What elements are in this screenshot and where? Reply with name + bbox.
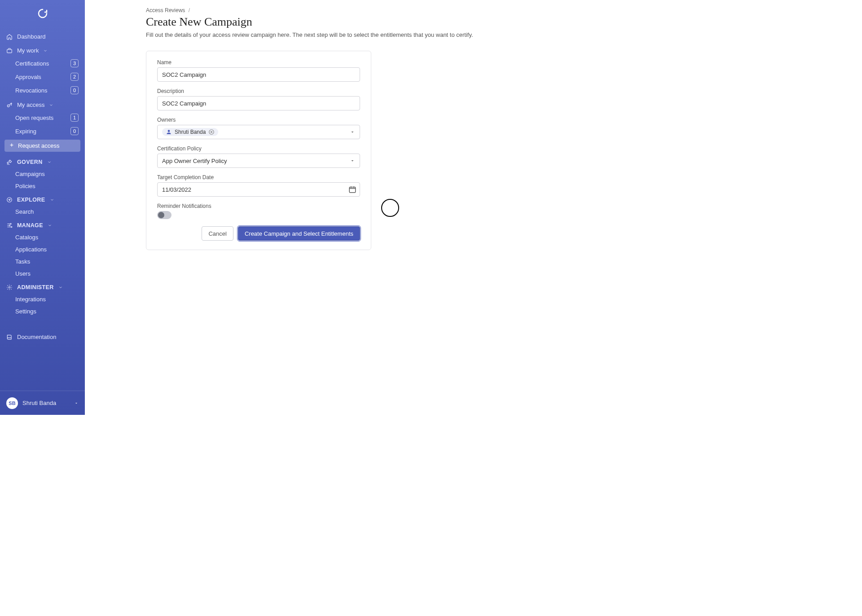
description-input[interactable] (157, 96, 360, 110)
key-icon (6, 102, 13, 108)
count-badge: 1 (70, 114, 79, 122)
svg-point-2 (7, 198, 12, 202)
nav-label: My access (17, 101, 44, 108)
nav-group-explore[interactable]: EXPLORE (0, 194, 85, 206)
reminder-toggle[interactable] (157, 211, 172, 219)
cert-policy-select[interactable]: App Owner Certify Policy (157, 154, 360, 168)
create-campaign-button[interactable]: Create Campaign and Select Entitlements (238, 226, 360, 241)
chevron-down-icon (47, 160, 52, 164)
nav-item-documentation[interactable]: Documentation (0, 331, 85, 343)
briefcase-icon (6, 48, 13, 54)
nav-sub-users[interactable]: Users (0, 268, 85, 280)
gear-icon (6, 284, 13, 290)
nav-label: Policies (15, 183, 79, 189)
count-badge: 0 (70, 127, 79, 135)
nav-label: ADMINISTER (17, 284, 54, 290)
nav-label: Integrations (15, 296, 79, 303)
nav-group-administer[interactable]: ADMINISTER (0, 282, 85, 293)
nav-label: Catalogs (15, 234, 79, 241)
nav-label: Revocations (15, 87, 66, 94)
nav-sub-search[interactable]: Search (0, 206, 85, 218)
target-date-label: Target Completion Date (157, 174, 360, 180)
nav-label: GOVERN (17, 159, 43, 165)
nav-sub-campaigns[interactable]: Campaigns (0, 168, 85, 180)
nav-sub-expiring[interactable]: Expiring 0 (0, 124, 85, 138)
nav-label: Users (15, 270, 79, 277)
main-content: Access Reviews / Create New Campaign Fil… (85, 0, 581, 415)
nav-label: Applications (15, 246, 79, 253)
chevron-down-icon (48, 223, 52, 228)
remove-chip-icon[interactable] (208, 129, 215, 135)
nav-sub-tasks[interactable]: Tasks (0, 255, 85, 268)
nav-sub-certifications[interactable]: Certifications 3 (0, 57, 85, 70)
nav-sub-open-requests[interactable]: Open requests 1 (0, 111, 85, 124)
target-date-input[interactable] (157, 182, 360, 197)
nav-group-mywork[interactable]: My work (0, 44, 85, 57)
name-input[interactable] (157, 67, 360, 82)
nav-group-myaccess[interactable]: My access (0, 99, 85, 111)
calendar-icon[interactable] (348, 185, 356, 194)
gavel-icon (6, 159, 13, 165)
nav-label: My work (17, 47, 39, 54)
chevron-down-icon (50, 198, 54, 202)
breadcrumb: Access Reviews / (146, 7, 563, 13)
page-subtitle: Fill out the details of your access revi… (146, 31, 563, 38)
svg-rect-0 (7, 49, 12, 53)
description-label: Description (157, 88, 360, 94)
nav-group-manage[interactable]: MANAGE (0, 220, 85, 231)
sidebar: Dashboard My work Certifications 3 Appro… (0, 0, 85, 415)
nav-label: Approvals (15, 74, 66, 80)
nav-sub-settings[interactable]: Settings (0, 305, 85, 317)
nav-label: Documentation (17, 334, 56, 340)
book-icon (6, 334, 13, 340)
svg-rect-9 (349, 187, 356, 193)
svg-point-4 (9, 225, 10, 226)
request-access-button[interactable]: Request access (4, 140, 80, 152)
svg-point-6 (9, 286, 10, 288)
cancel-button[interactable]: Cancel (202, 226, 233, 241)
chevron-down-icon (58, 285, 63, 290)
plus-icon (9, 142, 14, 149)
nav-sub-integrations[interactable]: Integrations (0, 293, 85, 305)
owner-chip-label: Shruti Banda (175, 129, 206, 135)
logo-area (0, 0, 85, 27)
nav-label: Search (15, 208, 79, 215)
owners-select[interactable]: Shruti Banda (157, 125, 360, 139)
nav-sub-approvals[interactable]: Approvals 2 (0, 70, 85, 84)
nav-label: MANAGE (17, 222, 43, 229)
person-icon (166, 129, 172, 135)
nav-label: Settings (15, 308, 79, 315)
breadcrumb-separator: / (189, 7, 190, 13)
cert-policy-label: Certification Policy (157, 145, 360, 152)
nav-sub-applications[interactable]: Applications (0, 243, 85, 255)
nav-label: Open requests (15, 114, 66, 121)
user-name-label: Shruti Banda (22, 400, 70, 406)
nav-label: EXPLORE (17, 197, 45, 203)
count-badge: 2 (70, 73, 79, 81)
nav-group-govern[interactable]: GOVERN (0, 156, 85, 168)
breadcrumb-parent[interactable]: Access Reviews (146, 7, 185, 13)
owner-chip: Shruti Banda (162, 128, 218, 136)
nav-label: Tasks (15, 258, 79, 265)
nav-label: Dashboard (17, 33, 46, 40)
caret-down-icon (350, 158, 355, 163)
svg-point-3 (10, 223, 11, 224)
owners-label: Owners (157, 117, 360, 123)
user-avatar: SB (6, 397, 18, 409)
reminder-label: Reminder Notifications (157, 203, 360, 209)
nav-sub-catalogs[interactable]: Catalogs (0, 231, 85, 243)
nav-item-dashboard[interactable]: Dashboard (0, 31, 85, 43)
compass-icon (6, 197, 13, 203)
cursor-indicator-icon (381, 199, 399, 217)
nav-sub-revocations[interactable]: Revocations 0 (0, 84, 85, 97)
caret-down-icon (74, 401, 79, 405)
chevron-down-icon (49, 103, 53, 107)
count-badge: 3 (70, 59, 79, 67)
nav-sub-policies[interactable]: Policies (0, 180, 85, 192)
nav-label: Certifications (15, 60, 66, 67)
count-badge: 0 (70, 86, 79, 94)
svg-point-7 (168, 130, 170, 132)
name-label: Name (157, 59, 360, 66)
app-logo-icon (37, 8, 48, 19)
user-menu[interactable]: SB Shruti Banda (0, 391, 85, 415)
